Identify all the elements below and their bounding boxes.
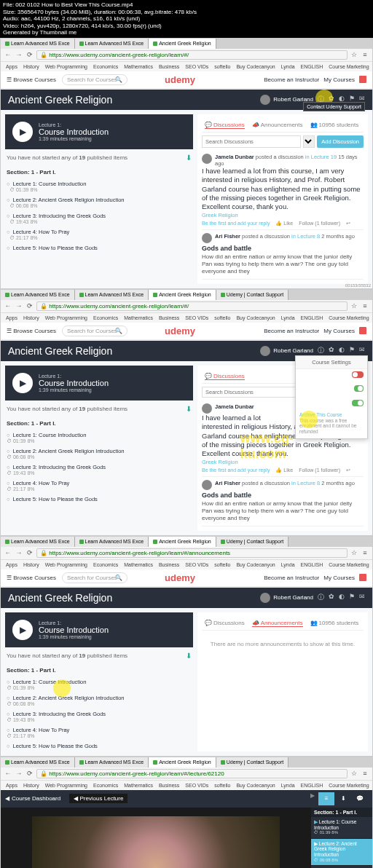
- sort-select[interactable]: [303, 135, 315, 148]
- section-header[interactable]: Section: 1 - Part I.: [5, 166, 193, 178]
- bookmark[interactable]: Lynda: [279, 63, 297, 70]
- toggle-promo-emails[interactable]: [352, 400, 364, 406]
- chat-icon[interactable]: 💬: [352, 792, 368, 805]
- browser-tab[interactable]: Learn Advanced MS Exce: [1, 290, 75, 300]
- toggle-lecture-emails[interactable]: [352, 371, 364, 378]
- menu-icon[interactable]: ≡: [361, 50, 369, 59]
- reload-icon[interactable]: ⟳: [25, 301, 34, 310]
- archive-link[interactable]: Archive This Course: [299, 412, 342, 417]
- browser-tab[interactable]: Learn Advanced MS Exce: [1, 39, 75, 49]
- previous-lecture-button[interactable]: ◀ Previous Lecture: [69, 794, 127, 803]
- course-dashboard-link[interactable]: ◀ Course Dashboard: [5, 795, 60, 802]
- bookmark[interactable]: Mathematics: [122, 63, 155, 70]
- bookmark[interactable]: softello: [212, 63, 232, 70]
- browser-tab[interactable]: Learn Advanced MS Exce: [75, 39, 149, 49]
- browser-tab[interactable]: Ancient Greek Religion: [149, 39, 216, 49]
- bookmark[interactable]: Business: [157, 63, 181, 70]
- follow-button[interactable]: Follow (1 follower): [299, 221, 340, 226]
- lecture-item[interactable]: ○Lecture 1: Course Introduction⏱ 01:39 8…: [5, 430, 193, 446]
- browser-tab[interactable]: Learn Advanced MS Exce: [75, 290, 149, 300]
- video-player[interactable]: 15 15 Quality360p NEXT LECTURE ▶ 🔊 HD ⚙ …: [1, 808, 311, 868]
- add-discussion-button[interactable]: Add Discussion: [317, 135, 364, 148]
- lecture-item[interactable]: ○Lecture 1: Course Introduction ⏱ 01:39 …: [5, 178, 193, 194]
- browse-courses[interactable]: ☰ Browse Courses: [7, 328, 56, 334]
- bookmark[interactable]: Course Marketing: [326, 63, 371, 70]
- nav-next-icon[interactable]: ▶: [310, 792, 315, 805]
- tab-announcements[interactable]: 📣 Announcements: [252, 122, 303, 129]
- current-lecture-card[interactable]: ▶ Lecture 1:Course Introduction1:39 minu…: [5, 366, 193, 401]
- my-courses-link[interactable]: My Courses: [323, 328, 355, 334]
- tab-discussions[interactable]: 💬 Discussions: [205, 122, 245, 129]
- reply-icon[interactable]: ↩: [346, 221, 350, 226]
- download-icon[interactable]: ⬇: [335, 792, 351, 805]
- play-icon[interactable]: ▶: [12, 373, 33, 393]
- instructor-avatar[interactable]: [260, 95, 270, 105]
- back-icon[interactable]: ←: [4, 301, 12, 310]
- browser-tab[interactable]: Udemy | Contact Support: [216, 290, 288, 300]
- lecture-item[interactable]: ○Lecture 5: How to Please the Gods: [5, 494, 193, 505]
- search-input[interactable]: Search for Courses🔍: [62, 572, 127, 583]
- browser-tab[interactable]: Ancient Greek Religion: [149, 290, 216, 300]
- lecture-item[interactable]: ○Lecture 4: How To Pray⏱ 21:17 8%: [5, 478, 193, 494]
- section-header[interactable]: Section: 1 - Part I.: [5, 417, 193, 430]
- forward-icon[interactable]: →: [15, 301, 23, 310]
- lecture-item[interactable]: ○Lecture 2: Ancient Greek Religion Intro…: [5, 446, 193, 462]
- reload-icon[interactable]: ⟳: [25, 50, 34, 59]
- lecture-item[interactable]: ○Lecture 4: How To Pray ⏱ 21:17 8%: [5, 226, 193, 242]
- menu-icon[interactable]: ≡: [361, 301, 369, 310]
- become-instructor-link[interactable]: Become an Instructor: [264, 328, 319, 334]
- discussion-post[interactable]: Jamela Dunbar posted a discussion in Lec…: [202, 151, 364, 230]
- discussion-post[interactable]: Ari Fisher posted a discussion in Lectur…: [202, 230, 364, 280]
- bookmark[interactable]: Economics: [91, 63, 120, 70]
- toggle-announcement-emails[interactable]: [354, 385, 364, 392]
- udemy-logo[interactable]: udemy: [165, 74, 195, 85]
- lecture-item[interactable]: ○Lecture 2: Ancient Greek Religion Intro…: [5, 194, 193, 210]
- url-bar[interactable]: 🔒 https://www.udemy.com/ancient-greek-re…: [36, 548, 348, 558]
- lecture-item[interactable]: ○Lecture 3: Introducing the Greek Gods⏱ …: [5, 462, 193, 478]
- back-icon[interactable]: ←: [4, 50, 12, 59]
- gift-icon[interactable]: ✉: [359, 346, 365, 355]
- url-bar[interactable]: 🔒 https://www.udemy.com/ancient-greek-re…: [36, 769, 348, 778]
- instructor-avatar[interactable]: [260, 346, 270, 356]
- tab-announcements[interactable]: 📣 Announcements: [252, 620, 303, 627]
- tab-students[interactable]: 👥 10956 students: [310, 620, 359, 627]
- url-bar[interactable]: 🔒 https://www.udemy.com/ancient-greek-re…: [36, 301, 348, 311]
- bookmark[interactable]: ENGLISH: [299, 63, 326, 70]
- browse-courses[interactable]: ☰ Browse Courses: [7, 76, 56, 83]
- like-button[interactable]: 👍 Like: [275, 221, 293, 226]
- current-lecture-card[interactable]: ▶ Lecture 1: Course Introduction 1:39 mi…: [5, 114, 193, 149]
- share-icon[interactable]: ◐: [339, 346, 345, 355]
- back-icon[interactable]: ←: [4, 548, 12, 557]
- info-icon[interactable]: ⓘ: [318, 346, 324, 355]
- star-icon[interactable]: ☆: [350, 50, 358, 59]
- search-input[interactable]: Search for Courses🔍: [62, 74, 127, 85]
- lecture-item[interactable]: ○Lecture 3: Introducing the Greek Gods ⏱…: [5, 210, 193, 226]
- discussion-search[interactable]: [202, 135, 301, 148]
- download-icon[interactable]: ⬇: [186, 154, 192, 162]
- reload-icon[interactable]: ⟳: [25, 548, 34, 557]
- udemy-logo[interactable]: udemy: [165, 326, 195, 336]
- bookmark[interactable]: Buy Codecanyon: [234, 63, 277, 70]
- become-instructor-link[interactable]: Become an Instructor: [264, 76, 319, 83]
- forward-icon[interactable]: →: [15, 548, 23, 557]
- star-icon[interactable]: ☆: [350, 301, 358, 310]
- bookmark[interactable]: Apps: [4, 63, 20, 70]
- my-courses-link[interactable]: My Courses: [323, 76, 355, 83]
- sidebar-section[interactable]: Section: 1 - Part I.: [311, 808, 372, 817]
- gear-icon[interactable]: ✿: [329, 346, 334, 355]
- download-icon[interactable]: ⬇: [186, 405, 192, 413]
- tab-discussions[interactable]: 💬 Discussions: [205, 620, 245, 627]
- tab-discussions[interactable]: 💬 Discussions: [205, 373, 245, 380]
- flag-icon[interactable]: ⚑: [349, 346, 355, 355]
- sidebar-lecture[interactable]: ▶ Lecture 2: Ancient Greek Religion Intr…: [311, 839, 372, 867]
- sidebar-lecture[interactable]: ▶ Lecture 1: Course Introduction⏱ 01:39 …: [311, 817, 372, 839]
- reply-link[interactable]: Be the first and add your reply: [202, 221, 270, 226]
- lecture-item[interactable]: ○Lecture 5: How to Please the Gods: [5, 242, 193, 253]
- bookmark[interactable]: SEO VIDs: [183, 63, 211, 70]
- tab-students[interactable]: 👥 10956 students: [310, 122, 359, 129]
- bookmark[interactable]: History: [21, 63, 42, 70]
- list-icon[interactable]: ≡: [318, 792, 334, 805]
- play-icon[interactable]: ▶: [12, 122, 33, 142]
- url-bar[interactable]: 🔒 https://www.udemy.com/ancient-greek-re…: [36, 50, 348, 60]
- forward-icon[interactable]: →: [15, 50, 23, 59]
